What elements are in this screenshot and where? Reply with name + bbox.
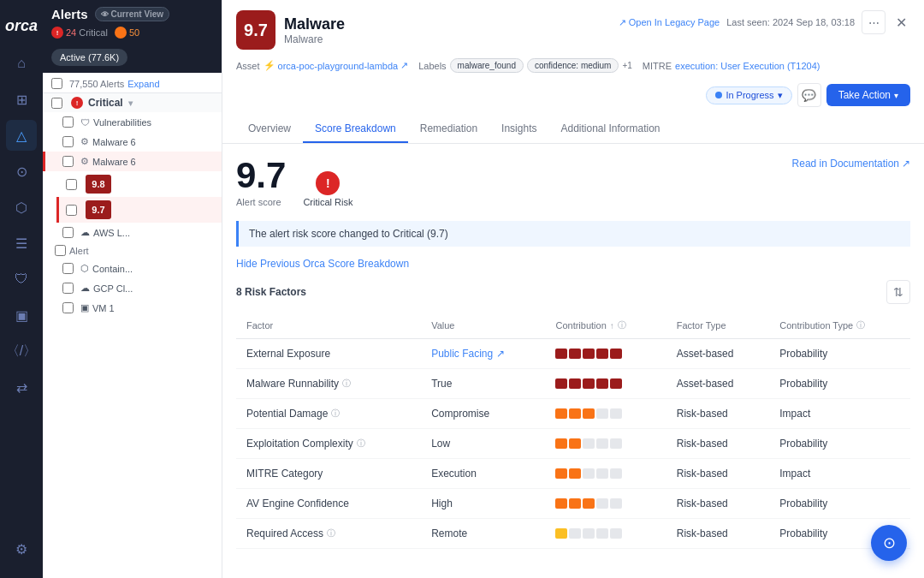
value-cell: True xyxy=(421,369,545,399)
contribution-cell xyxy=(545,489,666,519)
asset-meta: Asset ⚡ orca-poc-playground-lambda ↗ xyxy=(236,60,408,71)
select-all-checkbox[interactable] xyxy=(51,78,62,89)
table-row: MITRE CategoryExecutionRisk-basedImpact xyxy=(236,459,910,489)
high-dot xyxy=(115,27,127,39)
contain-checkbox[interactable] xyxy=(62,263,74,274)
contribution-info-icon[interactable]: ⓘ xyxy=(618,319,626,331)
mitre-link[interactable]: execution: User Execution (T1204) xyxy=(675,61,820,71)
sidebar-icon-search[interactable]: ⊙ xyxy=(6,156,37,187)
list-item-vm[interactable]: ▣ VM 1 xyxy=(43,298,222,318)
tab-additional-info[interactable]: Additional Information xyxy=(548,116,672,143)
sort-button[interactable]: ⇅ xyxy=(886,280,910,304)
value-cell: Remote xyxy=(421,519,545,549)
gcp-checkbox[interactable] xyxy=(62,283,74,294)
vm-checkbox[interactable] xyxy=(62,302,74,313)
alert-9-7-checkbox[interactable] xyxy=(66,205,77,216)
table-row: Required AccessⓘRemoteRisk-basedProbabil… xyxy=(236,519,910,549)
sidebar-icon-workflow[interactable]: ⇄ xyxy=(6,372,37,402)
take-action-button[interactable]: Take Action ▾ xyxy=(826,84,910,106)
contribution-cell xyxy=(545,429,666,459)
status-dot xyxy=(715,92,722,98)
tab-overview[interactable]: Overview xyxy=(236,116,303,143)
alert-row-9-7[interactable]: 9.7 xyxy=(56,197,222,223)
help-float-button[interactable]: ⊙ xyxy=(871,525,907,561)
vuln-checkbox[interactable] xyxy=(62,116,74,128)
total-alerts-row: 77,550 Alerts Expand xyxy=(43,73,222,92)
malware1-checkbox[interactable] xyxy=(62,136,74,147)
risk-factors-header: 8 Risk Factors ⇅ xyxy=(236,280,910,304)
list-item-vulnerabilities[interactable]: 🛡 Vulnerabilities xyxy=(43,112,222,132)
sidebar-icon-shield[interactable]: 🛡 xyxy=(6,264,37,295)
tab-score-breakdown[interactable]: Score Breakdown xyxy=(303,116,408,143)
meta-row: Asset ⚡ orca-poc-playground-lambda ↗ Lab… xyxy=(236,58,910,107)
contribution-sort-icon[interactable]: ↑ xyxy=(610,321,614,331)
score-section: 9.7 Alert score ! Critical Risk Read in … xyxy=(236,158,910,207)
asset-external-icon: ↗ xyxy=(400,60,408,71)
critical-risk-badge: ! Critical Risk xyxy=(303,171,352,207)
critical-group-header[interactable]: ! Critical ▾ xyxy=(43,92,222,112)
more-options-button[interactable]: ⋯ xyxy=(862,10,886,34)
factor-info-icon[interactable]: ⓘ xyxy=(342,378,351,390)
hide-breakdown-link[interactable]: Hide Previous Orca Score Breakdown xyxy=(236,258,409,270)
factor-type-cell: Asset-based xyxy=(666,339,769,369)
current-view-badge[interactable]: 👁 Current View xyxy=(95,7,170,21)
alert-9-8-checkbox[interactable] xyxy=(66,179,77,190)
asset-link[interactable]: ⚡ orca-poc-playground-lambda ↗ xyxy=(264,60,409,71)
active-filter-button[interactable]: Active (77.6K) xyxy=(51,49,127,66)
contribution-type-help-icon[interactable]: ⓘ xyxy=(856,319,865,331)
value-link[interactable]: Public Facing ↗ xyxy=(431,348,535,360)
sidebar-icon-graph[interactable]: ⬡ xyxy=(6,192,37,223)
contribution-cell xyxy=(545,339,666,369)
critical-group-checkbox[interactable] xyxy=(51,98,62,109)
close-button[interactable]: ✕ xyxy=(892,15,910,31)
sidebar-icon-alerts[interactable]: △ xyxy=(6,120,37,151)
score-9-7: 9.7 xyxy=(86,200,111,219)
sidebar-icon-home[interactable]: ⌂ xyxy=(6,48,37,79)
col-factor: Factor xyxy=(236,313,421,339)
critical-dot: ! xyxy=(51,27,63,39)
header-right: ↗ Open In Legacy Page Last seen: 2024 Se… xyxy=(619,10,910,34)
read-docs-link[interactable]: Read in Documentation ↗ xyxy=(792,158,910,170)
score-breakdown-content: 9.7 Alert score ! Critical Risk Read in … xyxy=(222,144,924,578)
sidebar-icon-server[interactable]: ▣ xyxy=(6,300,37,331)
alert-row-9-8[interactable]: 9.8 xyxy=(56,171,222,197)
sidebar-icon-dashboard[interactable]: ⊞ xyxy=(6,84,37,115)
malware2-checkbox[interactable] xyxy=(62,156,74,167)
type-checkbox[interactable] xyxy=(55,245,66,256)
score-9-8: 9.8 xyxy=(86,175,111,194)
sidebar-icon-code[interactable]: 〈/〉 xyxy=(6,336,37,366)
list-item-contain[interactable]: ⬡ Contain... xyxy=(43,259,222,278)
contain-icon: ⬡ xyxy=(80,263,89,274)
open-legacy-link[interactable]: ↗ Open In Legacy Page xyxy=(619,17,720,28)
message-button[interactable]: 💬 xyxy=(797,83,821,107)
factor-type-cell: Risk-based xyxy=(666,459,769,489)
action-chevron-icon: ▾ xyxy=(894,91,898,100)
label-tag-malware[interactable]: malware_found xyxy=(450,58,524,73)
factor-info-icon[interactable]: ⓘ xyxy=(331,408,340,420)
expand-link[interactable]: Expand xyxy=(127,79,159,89)
critical-risk-label: Critical Risk xyxy=(303,197,352,207)
label-tag-confidence[interactable]: confidence: medium xyxy=(527,58,619,73)
factor-info-icon[interactable]: ⓘ xyxy=(357,438,365,450)
contribution-type-cell: Probability xyxy=(769,429,910,459)
group-chevron-icon: ▾ xyxy=(128,98,133,108)
contribution-cell xyxy=(545,459,666,489)
list-item-malware-1[interactable]: ⚙ Malware 6 xyxy=(43,132,222,152)
sidebar-icon-compliance[interactable]: ☰ xyxy=(6,228,37,259)
alert-detail-header: 9.7 Malware Malware ↗ Open In Legacy Pag… xyxy=(222,0,924,144)
tab-bar: Overview Score Breakdown Remediation Ins… xyxy=(236,116,910,143)
col-factor-type: Factor Type xyxy=(666,313,769,339)
list-item-aws[interactable]: ☁ AWS L... xyxy=(43,223,222,242)
action-row: In Progress ▾ 💬 Take Action ▾ xyxy=(706,83,910,107)
status-badge-button[interactable]: In Progress ▾ xyxy=(706,86,791,104)
factor-cell: External Exposure xyxy=(236,339,421,369)
factor-cell: Required Accessⓘ xyxy=(236,519,421,549)
sidebar-icon-settings[interactable]: ⚙ xyxy=(6,533,37,564)
aws-checkbox[interactable] xyxy=(62,227,74,238)
factor-info-icon[interactable]: ⓘ xyxy=(327,527,335,539)
critical-count-badge: ! 24 Critical xyxy=(51,27,108,39)
list-item-malware-2[interactable]: ⚙ Malware 6 xyxy=(43,152,222,171)
tab-remediation[interactable]: Remediation xyxy=(408,116,489,143)
list-item-gcp[interactable]: ☁ GCP Cl... xyxy=(43,278,222,298)
tab-insights[interactable]: Insights xyxy=(489,116,548,143)
